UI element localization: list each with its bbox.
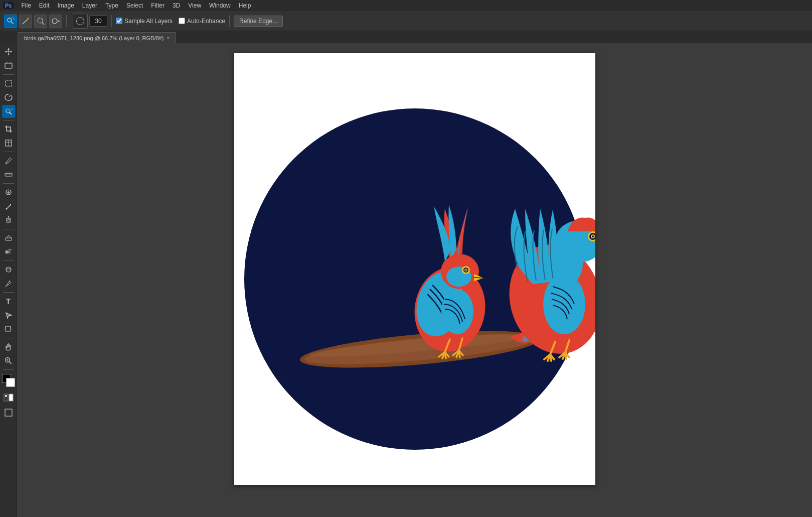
tool-sep-7 bbox=[3, 292, 14, 293]
svg-rect-42 bbox=[6, 250, 12, 253]
svg-line-8 bbox=[27, 18, 28, 19]
menu-filter[interactable]: Filter bbox=[147, 1, 168, 10]
sample-all-layers-checkbox[interactable] bbox=[116, 18, 122, 24]
svg-rect-16 bbox=[5, 63, 12, 68]
tool-crop[interactable] bbox=[2, 122, 15, 136]
menu-type[interactable]: Type bbox=[102, 1, 122, 10]
menu-image[interactable]: Image bbox=[54, 1, 78, 10]
tool-sep-8 bbox=[3, 338, 14, 338]
svg-point-10 bbox=[38, 18, 43, 23]
menu-edit[interactable]: Edit bbox=[36, 1, 53, 10]
toolbar: Sample All Layers Auto-Enhance Refine Ed… bbox=[0, 11, 812, 31]
color-swatches[interactable] bbox=[2, 374, 15, 387]
svg-point-12 bbox=[52, 19, 57, 24]
tool-artboard[interactable] bbox=[2, 59, 15, 72]
ps-logo: Ps bbox=[3, 2, 14, 9]
tool-dodge[interactable] bbox=[2, 263, 15, 276]
svg-line-1 bbox=[11, 22, 14, 24]
document-tab[interactable]: birds-ga2ba6f371_1280.png @ 66.7% (Layer… bbox=[18, 32, 176, 43]
tool-text[interactable]: T bbox=[2, 295, 15, 308]
menu-view[interactable]: View bbox=[185, 1, 205, 10]
svg-rect-21 bbox=[6, 80, 12, 86]
brush-preview[interactable] bbox=[73, 14, 88, 29]
sample-all-layers-label[interactable]: Sample All Layers bbox=[116, 18, 173, 25]
tool-sep-2 bbox=[3, 120, 14, 120]
svg-rect-47 bbox=[6, 326, 11, 331]
refine-edge-button[interactable]: Refine Edge... bbox=[234, 16, 283, 27]
tab-filename: birds-ga2ba6f371_1280.png @ 66.7% (Layer… bbox=[24, 35, 164, 41]
svg-point-69 bbox=[465, 270, 466, 271]
tool-slice[interactable] bbox=[2, 137, 15, 150]
tool-spot-heal[interactable] bbox=[2, 186, 15, 199]
artwork-svg bbox=[234, 53, 595, 485]
tool-quick-selection[interactable] bbox=[2, 105, 15, 118]
magic-wand-btn[interactable] bbox=[19, 15, 32, 28]
svg-rect-54 bbox=[5, 395, 7, 397]
refine-brush-btn[interactable] bbox=[34, 15, 47, 28]
main-area: T bbox=[0, 43, 812, 517]
svg-line-23 bbox=[10, 112, 12, 114]
tool-ruler[interactable] bbox=[2, 168, 15, 181]
svg-rect-41 bbox=[6, 238, 12, 240]
brush-size-input[interactable] bbox=[89, 16, 107, 27]
svg-rect-55 bbox=[5, 409, 12, 416]
left-tool-panel: T bbox=[0, 43, 17, 517]
tool-hand[interactable] bbox=[2, 340, 15, 353]
tool-shape[interactable] bbox=[2, 323, 15, 336]
svg-line-2 bbox=[13, 18, 14, 19]
tool-brush[interactable] bbox=[2, 200, 15, 213]
auto-enhance-checkbox[interactable] bbox=[179, 18, 185, 24]
tool-gradient[interactable] bbox=[2, 245, 15, 258]
svg-point-22 bbox=[6, 109, 10, 113]
tool-sep-3 bbox=[3, 152, 14, 152]
menu-select[interactable]: Select bbox=[123, 1, 146, 10]
svg-point-63 bbox=[441, 289, 473, 334]
tool-lasso[interactable] bbox=[2, 91, 15, 104]
auto-enhance-label[interactable]: Auto-Enhance bbox=[179, 18, 225, 25]
svg-line-11 bbox=[42, 23, 44, 25]
svg-rect-53 bbox=[9, 394, 13, 401]
svg-point-78 bbox=[592, 235, 594, 237]
quick-selection-tool-btn[interactable] bbox=[4, 15, 17, 28]
tool-sep-4 bbox=[3, 183, 14, 184]
svg-line-49 bbox=[9, 362, 12, 364]
brush-size-control bbox=[73, 14, 107, 29]
svg-point-38 bbox=[6, 208, 7, 210]
tool-eyedropper[interactable] bbox=[2, 154, 15, 167]
tab-bar: birds-ga2ba6f371_1280.png @ 66.7% (Layer… bbox=[0, 31, 812, 43]
background-swatch[interactable] bbox=[6, 378, 15, 387]
toolbar-separator-2 bbox=[111, 15, 112, 27]
menu-help[interactable]: Help bbox=[235, 1, 255, 10]
svg-point-0 bbox=[8, 18, 12, 22]
tool-sep-6 bbox=[3, 261, 14, 261]
tool-eraser[interactable] bbox=[2, 231, 15, 244]
subtract-btn[interactable] bbox=[49, 15, 62, 28]
svg-point-39 bbox=[8, 219, 10, 221]
tool-sep-9 bbox=[3, 369, 14, 370]
menu-file[interactable]: File bbox=[18, 1, 34, 10]
canvas-area bbox=[17, 43, 812, 517]
tool-pen[interactable] bbox=[2, 277, 15, 290]
tool-zoom[interactable] bbox=[2, 354, 15, 367]
tab-close-button[interactable]: × bbox=[167, 35, 170, 41]
tool-marquee-rect[interactable] bbox=[2, 77, 15, 90]
tool-sep-1 bbox=[3, 74, 14, 75]
svg-line-5 bbox=[23, 20, 27, 24]
tool-quick-mask[interactable] bbox=[2, 391, 15, 404]
menu-window[interactable]: Window bbox=[206, 1, 234, 10]
svg-line-24 bbox=[11, 108, 12, 108]
canvas-document[interactable] bbox=[234, 53, 595, 485]
tool-clone-stamp[interactable] bbox=[2, 214, 15, 227]
menu-3d[interactable]: 3D bbox=[169, 1, 184, 10]
svg-line-46 bbox=[6, 286, 6, 287]
tool-move[interactable] bbox=[2, 45, 15, 58]
tool-screen-mode[interactable] bbox=[2, 406, 15, 419]
tool-sep-5 bbox=[3, 229, 14, 229]
toolbar-separator-3 bbox=[229, 15, 230, 27]
tool-path-selection[interactable] bbox=[2, 309, 15, 322]
toolbar-separator-1 bbox=[66, 15, 67, 27]
svg-point-45 bbox=[9, 281, 10, 282]
menu-layer[interactable]: Layer bbox=[79, 1, 101, 10]
menu-bar: Ps File Edit Image Layer Type Select Fil… bbox=[0, 0, 812, 11]
